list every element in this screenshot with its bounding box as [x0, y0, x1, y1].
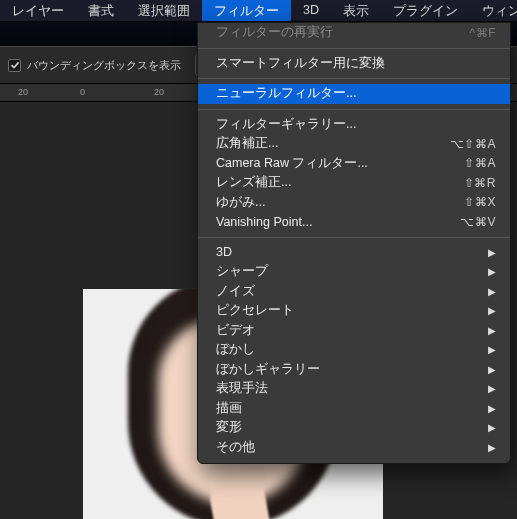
chevron-right-icon: ▶ [488, 344, 496, 355]
menu-separator [198, 48, 510, 49]
mi-liquify[interactable]: ゆがみ...⇧⌘X [198, 193, 510, 213]
mi-stylize-submenu[interactable]: 描画▶ [198, 399, 510, 419]
mi-pixelate-submenu[interactable]: ピクセレート▶ [198, 301, 510, 321]
filter-dropdown-menu: フィルターの再実行^⌘F スマートフィルター用に変換 ニューラルフィルター...… [197, 22, 511, 464]
mi-blur-submenu[interactable]: ぼかし▶ [198, 340, 510, 360]
menu-select[interactable]: 選択範囲 [126, 0, 202, 21]
mi-rerun-filter: フィルターの再実行^⌘F [198, 23, 510, 43]
bbox-checkbox[interactable] [8, 59, 21, 72]
chevron-right-icon: ▶ [488, 364, 496, 375]
menu-plugin[interactable]: プラグイン [381, 0, 470, 21]
menu-separator [198, 78, 510, 79]
mi-camera-raw-filter[interactable]: Camera Raw フィルター...⇧⌘A [198, 154, 510, 174]
chevron-right-icon: ▶ [488, 247, 496, 258]
chevron-right-icon: ▶ [488, 422, 496, 433]
menu-type[interactable]: 書式 [76, 0, 126, 21]
menu-window[interactable]: ウィンドウ [470, 0, 517, 21]
chevron-right-icon: ▶ [488, 286, 496, 297]
chevron-right-icon: ▶ [488, 383, 496, 394]
mi-sharpen-submenu[interactable]: シャープ▶ [198, 262, 510, 282]
app-menubar: レイヤー 書式 選択範囲 フィルター 3D 表示 プラグイン ウィンドウ [0, 0, 517, 22]
mi-distort-submenu[interactable]: 変形▶ [198, 418, 510, 438]
menu-separator [198, 237, 510, 238]
mi-other-submenu[interactable]: その他▶ [198, 438, 510, 458]
menu-filter[interactable]: フィルター [202, 0, 291, 21]
chevron-right-icon: ▶ [488, 403, 496, 414]
menu-view[interactable]: 表示 [331, 0, 381, 21]
chevron-right-icon: ▶ [488, 442, 496, 453]
menu-layer[interactable]: レイヤー [0, 0, 76, 21]
chevron-right-icon: ▶ [488, 325, 496, 336]
mi-lens-correction[interactable]: レンズ補正...⇧⌘R [198, 173, 510, 193]
mi-adaptive-wide-angle[interactable]: 広角補正...⌥⇧⌘A [198, 134, 510, 154]
mi-blur-gallery-submenu[interactable]: ぼかしギャラリー▶ [198, 360, 510, 380]
chevron-right-icon: ▶ [488, 266, 496, 277]
mi-vanishing-point[interactable]: Vanishing Point...⌥⌘V [198, 212, 510, 232]
mi-video-submenu[interactable]: ビデオ▶ [198, 321, 510, 341]
chevron-right-icon: ▶ [488, 305, 496, 316]
mi-3d-submenu[interactable]: 3D▶ [198, 243, 510, 263]
mi-noise-submenu[interactable]: ノイズ▶ [198, 282, 510, 302]
bbox-label: バウンディングボックスを表示 [27, 58, 181, 73]
mi-render-submenu[interactable]: 表現手法▶ [198, 379, 510, 399]
mi-neural-filters[interactable]: ニューラルフィルター... [198, 84, 510, 104]
menu-3d[interactable]: 3D [291, 0, 331, 21]
mi-filter-gallery[interactable]: フィルターギャラリー... [198, 115, 510, 135]
mi-convert-smart-filter[interactable]: スマートフィルター用に変換 [198, 54, 510, 74]
menu-separator [198, 109, 510, 110]
